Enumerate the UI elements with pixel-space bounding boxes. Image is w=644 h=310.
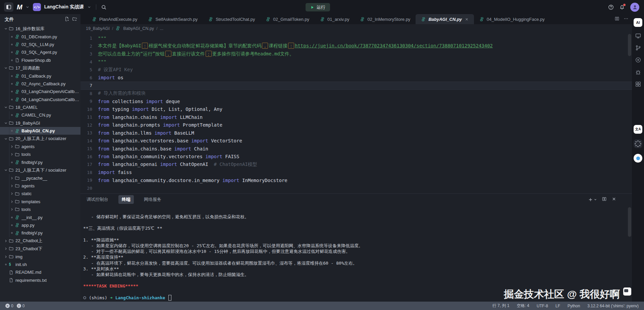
tree-item[interactable]: 02_SQL_LLM.py [0, 41, 80, 48]
panel-tab[interactable]: 调试控制台 [83, 195, 112, 204]
code-segment: VectorStore [208, 138, 242, 143]
tree-item[interactable]: 21_人脉工具下 / socializer [0, 166, 80, 174]
tree-item[interactable]: agents [0, 143, 80, 150]
tree-item[interactable]: 16_操作数据库 [0, 25, 80, 33]
tree-item[interactable]: BabyAGI_CN.py [0, 127, 80, 135]
python-icon [15, 97, 21, 102]
tree-item[interactable]: 22_Chatbot上 [0, 237, 80, 245]
modified-dot [10, 91, 15, 92]
bug-icon[interactable] [635, 69, 641, 75]
editor-tab[interactable]: 04_ModelIO_HuggingFace.py [474, 14, 550, 24]
tree-item[interactable]: CAMEL_CN.py [0, 111, 80, 119]
editor-tab[interactable]: BabyAGI_CN.py [416, 14, 474, 24]
tab-label: 04_ModelIO_HuggingFace.py [487, 17, 545, 22]
tree-item[interactable]: tools [0, 206, 80, 213]
logo-chevron-down-icon[interactable] [25, 5, 30, 9]
tree-item[interactable]: 18_CAMEL [0, 103, 80, 111]
file-label: requirements.txt [15, 278, 47, 283]
git-branch-icon[interactable] [635, 45, 641, 51]
ai-assistant-button[interactable]: AI [634, 18, 642, 27]
tree-item[interactable]: static [0, 190, 80, 197]
terminal-scrollbar[interactable] [628, 207, 631, 237]
terminal[interactable]: - 储存鲜花时，要保证花朵有足够的空间，避免相互挤压，以免损伤花朵和花枝。**三… [80, 205, 632, 302]
tree-item[interactable]: requirements.txt [0, 276, 80, 284]
split-panel-icon[interactable] [602, 196, 607, 203]
status-item[interactable]: LF [555, 304, 560, 308]
tabbar-actions [611, 14, 632, 24]
marscode-logo[interactable]: M [17, 3, 22, 11]
code-text: from collections import deque [98, 99, 180, 104]
tree-item[interactable]: 20_人脉工具上 / socializer [0, 135, 80, 142]
tree-item[interactable]: img [0, 253, 80, 260]
problems-warnings[interactable]: ! 0 [17, 304, 25, 308]
editor-tab[interactable]: SelfAskwithSearch.py [143, 14, 203, 24]
new-terminal-button[interactable] [588, 197, 597, 202]
help-icon[interactable] [608, 4, 614, 10]
panel-tab[interactable]: 终端 [118, 195, 134, 204]
file-label: 23_Chatbot下 [15, 246, 42, 252]
tree-item[interactable]: 03_LangChainOpenAICallback.... [0, 88, 80, 95]
tree-item[interactable]: findbigV.py [0, 229, 80, 237]
project-chevron-down-icon[interactable] [87, 5, 91, 9]
breadcrumb-file[interactable]: BabyAGI_CN.py [123, 26, 154, 31]
grid-icon[interactable] [635, 81, 641, 87]
editor-tab[interactable]: PlanAndExecute.py [87, 14, 143, 24]
tree-item[interactable]: findbigV.py [0, 159, 80, 166]
tree-item[interactable]: 01_Callback.py [0, 72, 80, 80]
indent-guide [9, 206, 9, 213]
tree-item[interactable]: 19_BabyAGI [0, 119, 80, 127]
breadcrumb-folder[interactable]: 19_BabyAGI [86, 26, 110, 31]
tree-item[interactable]: __pycache__ [0, 174, 80, 182]
search-icon[interactable] [101, 4, 107, 10]
status-item[interactable]: 行 7, 列 1 [492, 303, 509, 309]
code-text: """ [98, 36, 106, 41]
toggle-sidebar-button[interactable] [4, 2, 13, 12]
close-panel-icon[interactable] [611, 196, 616, 203]
indent-guide [9, 229, 9, 237]
tab-label: SelfAskwithSearch.py [155, 17, 198, 22]
status-item[interactable]: UTF-8 [537, 304, 548, 308]
community-button[interactable] [634, 154, 642, 163]
notifications-button[interactable] [619, 4, 625, 10]
tree-item[interactable]: 03_SQL_Agent.py [0, 48, 80, 56]
tree-item[interactable]: tools [0, 150, 80, 158]
translate-button[interactable]: 文A [634, 125, 642, 134]
monitor-icon[interactable] [635, 33, 641, 39]
close-icon[interactable] [465, 17, 469, 21]
editor-tab[interactable]: 02_InMemoryStore.py [355, 14, 416, 24]
tree-item[interactable]: __init__.py [0, 213, 80, 221]
tree-item[interactable]: 01_DBCreation.py [0, 33, 80, 40]
status-item[interactable]: 3.12.2 64-bit ('shims': pyenv) [587, 304, 639, 308]
tree-item[interactable]: agents [0, 182, 80, 190]
new-folder-icon[interactable] [72, 16, 77, 23]
code-line: 8# 导入所需的库和模块 [80, 90, 632, 98]
breadcrumb-more[interactable]: ... [160, 26, 163, 31]
tree-item[interactable]: $init.sh [0, 261, 80, 268]
problems-errors[interactable]: × 0 [5, 304, 13, 308]
run-button[interactable]: 运行 [306, 3, 330, 11]
chevron-right-icon [10, 208, 15, 211]
split-editor-icon[interactable] [614, 16, 620, 23]
tree-item[interactable]: 02_Async_Callback.py [0, 80, 80, 88]
tree-item[interactable]: FlowerShop.db [0, 56, 80, 64]
target-icon[interactable] [635, 57, 641, 63]
panel-tab[interactable]: 网络服务 [141, 195, 165, 204]
editor-tab[interactable]: 01_arxiv.py [315, 14, 355, 24]
apps-button[interactable] [634, 139, 642, 148]
editor-tab[interactable]: 02_GmailToken.py [260, 14, 315, 24]
status-item[interactable]: Python [568, 304, 580, 308]
tree-item[interactable]: app.py [0, 221, 80, 229]
tree-item[interactable]: 17_回调函数 [0, 64, 80, 72]
new-file-icon[interactable] [64, 16, 69, 23]
code-editor[interactable]: 1"""2本文件是【BabyAGI：根据气候变化自动制定鲜花存储策略】章节的配套… [80, 33, 632, 193]
tree-item[interactable]: 23_Chatbot下 [0, 245, 80, 253]
tree-item[interactable]: templates [0, 198, 80, 206]
avatar[interactable] [630, 3, 639, 12]
more-actions-icon[interactable] [624, 16, 629, 23]
tree-item[interactable]: README.md [0, 268, 80, 276]
project-name[interactable]: LangChain 实战课 [44, 4, 84, 10]
status-item[interactable]: 空格: 4 [517, 303, 529, 309]
editor-tab[interactable]: StructedToolChat.py [203, 14, 260, 24]
tree-item[interactable]: 04_LangChainCustomCallback.... [0, 96, 80, 103]
code-text: from langchain_openai import ChatOpenAI … [98, 162, 257, 168]
